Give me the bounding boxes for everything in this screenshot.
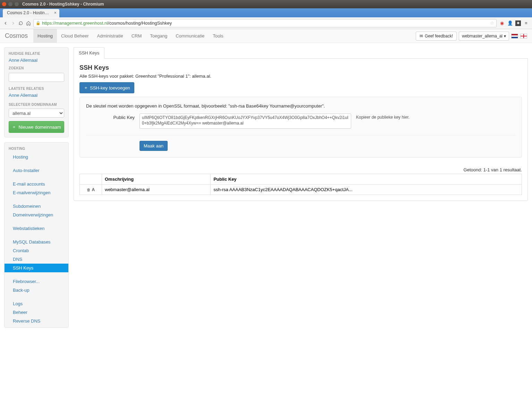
sidebar-item-reverse-dns[interactable]: Reverse DNS <box>9 317 64 325</box>
back-button[interactable] <box>3 20 8 26</box>
brand[interactable]: Cosmos <box>5 32 28 40</box>
chrome-menu-icon[interactable]: ≡ <box>523 20 529 26</box>
sidebar-link[interactable]: Crontab <box>13 248 29 253</box>
nav-item-toegang[interactable]: Toegang <box>146 29 171 43</box>
sidebar-item-subdomeinen[interactable]: Subdomeinen <box>9 202 64 211</box>
home-button[interactable] <box>26 20 31 26</box>
nav-item-tools[interactable]: Tools <box>209 29 227 43</box>
reload-button[interactable] <box>18 20 24 26</box>
sidebar-item-back-up[interactable]: Back-up <box>9 286 64 294</box>
rename-icon[interactable] <box>92 187 95 192</box>
form-hint: De sleutel moet worden opgegeven in Open… <box>86 103 515 109</box>
sidebar-item-mysql-databases[interactable]: MySQL Databases <box>9 238 64 246</box>
sidebar-link[interactable]: DNS <box>13 257 22 262</box>
bookmark-star-icon[interactable]: ☆ <box>490 20 494 26</box>
plus-icon: ＋ <box>12 124 16 130</box>
public-key-help: Kopieer de publieke key hier. <box>356 113 409 120</box>
sidebar-link[interactable]: Webstatistieken <box>13 226 45 231</box>
sidebar-link[interactable]: E-mail accounts <box>13 181 45 187</box>
sidebar-link[interactable]: Filebrowser... <box>13 279 40 284</box>
flag-gb-icon[interactable] <box>520 34 527 39</box>
new-domain-button[interactable]: ＋ Nieuwe domeinnaam <box>9 121 64 133</box>
window-minimize-button[interactable] <box>8 2 12 6</box>
sidebar-item-e-mail-accounts[interactable]: E-mail accounts <box>9 180 64 188</box>
current-relation-link[interactable]: Anne Allemaal <box>9 58 37 63</box>
sidebar-link[interactable]: Subdomeinen <box>13 204 41 209</box>
url-origin: https://management.greenhost.nl <box>42 20 108 26</box>
page-subtitle: Alle SSH-keys voor pakket: Greenhost "Pr… <box>79 74 522 79</box>
app-navbar: Cosmos HostingCloud BeheerAdministratieC… <box>0 29 532 43</box>
forward-button[interactable] <box>10 20 16 26</box>
feedback-button[interactable]: ✉ Geef feedback! <box>416 32 457 41</box>
sidebar-item-dns[interactable]: DNS <box>9 255 64 264</box>
sidebar-item-webstatistieken[interactable]: Webstatistieken <box>9 224 64 233</box>
user-name: webmaster_allema_al <box>462 34 503 39</box>
tab-ssh-keys[interactable]: SSH Keys <box>74 47 104 59</box>
ssh-key-form: De sleutel moet worden opgegeven in Open… <box>79 97 522 157</box>
close-tab-icon[interactable]: × <box>54 10 57 15</box>
sidebar-link[interactable]: Logs <box>13 301 23 306</box>
new-domain-label: Nieuwe domeinnaam <box>18 125 61 130</box>
sidebar-link[interactable]: Auto-Installer <box>13 168 40 173</box>
sidebar-item-hosting[interactable]: Hosting <box>9 153 64 161</box>
sidebar-item-beheer[interactable]: Beheer <box>9 308 64 317</box>
main-content: SSH Keys SSH Keys Alle SSH-keys voor pak… <box>74 47 528 333</box>
sidebar-link[interactable]: Domeinverwijzingen <box>13 212 53 217</box>
caret-down-icon: ▾ <box>504 34 506 39</box>
recent-heading: LAATSTE RELATIES <box>9 87 64 91</box>
window-close-button[interactable] <box>2 2 6 6</box>
nav-item-communicatie[interactable]: Communicatie <box>171 29 209 43</box>
ssh-keys-table: Omschrijving Public Key webmaster@allema… <box>79 174 522 195</box>
feedback-label: Geef feedback! <box>425 34 453 39</box>
extension-icon-1[interactable]: ◉ <box>499 20 505 26</box>
address-bar[interactable]: 🔒 https://management.greenhost.nl/cosmos… <box>33 19 497 27</box>
extension-icon-2[interactable]: 👤 <box>507 20 513 26</box>
public-key-label: Public Key <box>86 113 135 120</box>
add-ssh-key-button[interactable]: ＋ SSH-key toevoegen <box>79 82 134 93</box>
search-heading: ZOEKEN <box>9 66 64 70</box>
browser-tab-strip: Cosmos 2.0 - Hostin… × <box>0 8 532 17</box>
current-relation-heading: HUIDIGE RELATIE <box>9 52 64 55</box>
cell-description: webmaster@allema.al <box>102 185 211 195</box>
delete-icon[interactable] <box>87 187 91 192</box>
sidebar-item-domeinverwijzingen[interactable]: Domeinverwijzingen <box>9 211 64 219</box>
window-maximize-button[interactable] <box>15 2 19 6</box>
sidebar-item-e-mailverwijzingen[interactable]: E-mailverwijzingen <box>9 188 64 197</box>
hosting-heading: HOSTING <box>9 147 64 151</box>
sidebar-hosting-well: HOSTING HostingAuto-InstallerE-mail acco… <box>4 142 69 328</box>
window-controls <box>2 2 19 6</box>
sidebar-item-logs[interactable]: Logs <box>9 299 64 308</box>
sidebar: HUIDIGE RELATIE Anne Allemaal ZOEKEN LAA… <box>4 47 69 333</box>
nav-item-hosting[interactable]: Hosting <box>33 29 57 43</box>
search-input[interactable] <box>9 73 64 82</box>
page-title: SSH Keys <box>79 64 522 71</box>
sidebar-link[interactable]: Reverse DNS <box>13 318 40 324</box>
tab-title: Cosmos 2.0 - Hostin… <box>7 10 49 15</box>
create-button[interactable]: Maak aan <box>140 141 168 151</box>
sidebar-item-auto-installer[interactable]: Auto-Installer <box>9 166 64 175</box>
content-tabs: SSH Keys <box>74 47 528 59</box>
cell-public-key: ssh-rsa AAAAB3NzaC1yc2EAAAADAQABAAACAQDO… <box>211 185 522 195</box>
recent-relation-link[interactable]: Anne Allemaal <box>9 93 37 98</box>
extension-icon-3[interactable]: ✱ <box>515 20 521 26</box>
sidebar-item-filebrowser-[interactable]: Filebrowser... <box>9 277 64 286</box>
mail-icon: ✉ <box>420 34 423 39</box>
sidebar-item-crontab[interactable]: Crontab <box>9 246 64 255</box>
sidebar-link[interactable]: SSH Keys <box>13 265 33 271</box>
sidebar-link[interactable]: Back-up <box>13 288 29 293</box>
sidebar-link[interactable]: Beheer <box>13 310 27 315</box>
result-count: Getoond: 1-1 van 1 resultaat. <box>79 167 522 172</box>
sidebar-link[interactable]: Hosting <box>13 154 28 160</box>
public-key-textarea[interactable]: uIMP6QtiOTYO81bdGjEyFKptkenRGXrjHR6OsnKU… <box>140 113 351 129</box>
sidebar-link[interactable]: MySQL Databases <box>13 239 51 245</box>
nav-item-cloud-beheer[interactable]: Cloud Beheer <box>57 29 93 43</box>
sidebar-link[interactable]: E-mailverwijzingen <box>13 190 50 195</box>
domain-select[interactable]: allema.al <box>9 109 64 118</box>
nav-item-administratie[interactable]: Administratie <box>93 29 127 43</box>
window-title: Cosmos 2.0 - HostingSshkey - Chromium <box>22 2 104 7</box>
flag-nl-icon[interactable] <box>511 34 518 39</box>
user-dropdown[interactable]: webmaster_allema_al ▾ <box>459 32 509 41</box>
browser-tab[interactable]: Cosmos 2.0 - Hostin… × <box>3 9 59 17</box>
nav-item-crm[interactable]: CRM <box>127 29 146 43</box>
sidebar-item-ssh-keys[interactable]: SSH Keys <box>5 264 68 272</box>
